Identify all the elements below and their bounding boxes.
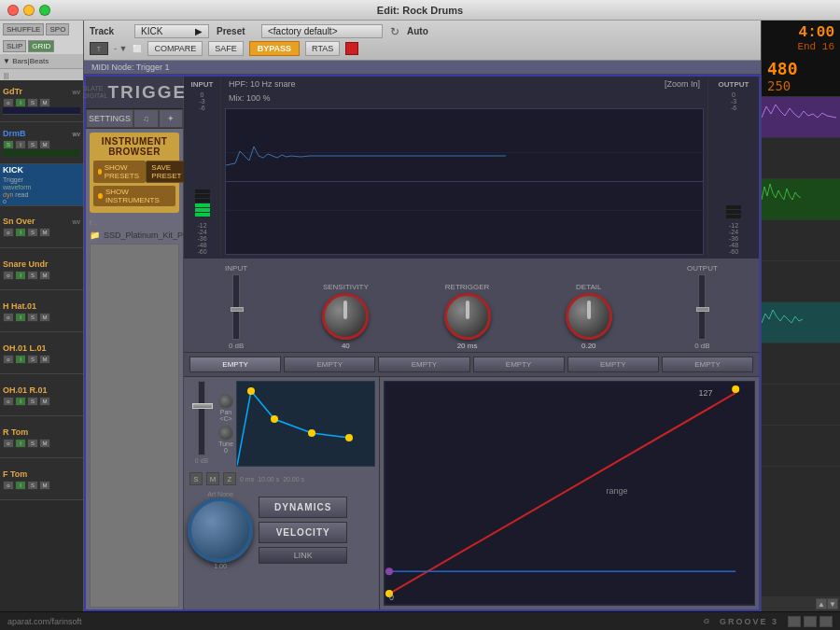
- output-slider-thumb[interactable]: [696, 307, 709, 312]
- bottom-right-btn[interactable]: [804, 616, 817, 627]
- bottom-zoom-btn[interactable]: [819, 616, 833, 627]
- oh01r-s[interactable]: S: [27, 397, 38, 406]
- su-i[interactable]: I: [15, 271, 26, 280]
- fx-tab[interactable]: ✦: [159, 109, 184, 128]
- drmb-s2-btn[interactable]: S: [27, 140, 38, 149]
- ftom-o[interactable]: o: [3, 481, 14, 490]
- minimize-button[interactable]: [23, 5, 35, 16]
- dynamics-btn[interactable]: DYNAMICS: [259, 497, 347, 518]
- su-o[interactable]: o: [3, 271, 14, 280]
- down-arrow[interactable]: - ▼: [114, 44, 127, 53]
- snover-i[interactable]: I: [15, 228, 26, 237]
- scroll-up[interactable]: ▲: [816, 598, 827, 609]
- svg-text:0: 0: [389, 593, 394, 602]
- maximize-button[interactable]: [39, 5, 50, 16]
- track-s-btn[interactable]: S: [27, 98, 38, 107]
- bottom-controls: [788, 616, 833, 627]
- close-button[interactable]: [7, 5, 19, 16]
- channel-fader-group: 0 dB: [188, 381, 216, 467]
- save-preset-btn[interactable]: SAVE PRESET: [146, 161, 187, 183]
- slot-6[interactable]: EMPTY: [662, 357, 753, 372]
- hh-o[interactable]: o: [3, 313, 14, 322]
- s-btn[interactable]: S: [189, 472, 203, 485]
- slot-2[interactable]: EMPTY: [284, 357, 375, 372]
- grid-btn[interactable]: GRID: [28, 40, 54, 52]
- oh01r-o[interactable]: o: [3, 397, 14, 406]
- bypass-button[interactable]: BYPASS: [249, 41, 300, 56]
- rtom-m[interactable]: M: [39, 439, 50, 448]
- svg-line-9: [389, 393, 735, 594]
- su-s[interactable]: S: [27, 271, 38, 280]
- snover-m[interactable]: M: [39, 228, 50, 237]
- input-3db: -3: [199, 98, 204, 105]
- input-slider-thumb[interactable]: [231, 307, 244, 312]
- channel-fader[interactable]: [198, 381, 205, 455]
- pan-knob[interactable]: [218, 394, 233, 409]
- hh-m[interactable]: M: [39, 313, 50, 322]
- scroll-down[interactable]: ▼: [827, 598, 838, 609]
- oh01r-m[interactable]: M: [39, 397, 50, 406]
- oh01l-o[interactable]: o: [3, 355, 14, 364]
- m-btn[interactable]: M: [206, 472, 219, 485]
- main-blue-knob[interactable]: [188, 497, 253, 563]
- svg-text:127: 127: [699, 388, 713, 398]
- spot-btn[interactable]: SPO: [46, 23, 69, 35]
- bottom-left-btn[interactable]: [788, 616, 801, 627]
- su-m[interactable]: M: [39, 271, 50, 280]
- rtom-i[interactable]: I: [15, 439, 26, 448]
- snover-o[interactable]: o: [3, 228, 14, 237]
- tune-control: Tune 0: [218, 426, 233, 454]
- title-bar: Edit: Rock Drums: [0, 0, 840, 21]
- ftom-m[interactable]: M: [39, 481, 50, 490]
- drmb-m-btn[interactable]: M: [39, 140, 50, 149]
- zoom-in-btn[interactable]: [Zoom In]: [665, 79, 700, 89]
- input-36db: -36: [197, 235, 206, 242]
- vu-seg-2: [195, 208, 210, 212]
- rtas-button[interactable]: RTAS: [305, 41, 340, 56]
- preset-dropdown[interactable]: <factory default>: [261, 24, 383, 38]
- show-instruments-btn[interactable]: SHOW INSTRUMENTS: [93, 186, 175, 206]
- track-m-btn[interactable]: M: [39, 98, 50, 107]
- preset-item[interactable]: 📁 SSD_Platinum_Kit_Presets: [86, 229, 183, 242]
- input-slider[interactable]: [232, 274, 240, 340]
- ftom-i[interactable]: I: [15, 481, 26, 490]
- music-tab[interactable]: ♫: [133, 109, 159, 128]
- rtom-o[interactable]: o: [3, 439, 14, 448]
- fader-handle[interactable]: [192, 403, 213, 409]
- track-item-oh01r: OH.01 R.01 o I S M: [0, 374, 83, 416]
- compare-button[interactable]: COMPARE: [147, 41, 203, 56]
- slot-5[interactable]: EMPTY: [567, 357, 659, 372]
- track-dropdown[interactable]: KICK ▶: [134, 24, 209, 38]
- ftom-s[interactable]: S: [27, 481, 38, 490]
- sensitivity-knob[interactable]: [322, 293, 369, 340]
- velocity-btn[interactable]: VELOCITY: [259, 522, 347, 543]
- oh01l-m[interactable]: M: [39, 355, 50, 364]
- rtom-s[interactable]: S: [27, 439, 38, 448]
- settings-tab[interactable]: SETTINGS: [86, 109, 133, 128]
- hh-s[interactable]: S: [27, 313, 38, 322]
- link-btn[interactable]: LINK: [259, 547, 347, 564]
- preset-cycle-icon[interactable]: ↻: [390, 25, 399, 38]
- show-presets-btn[interactable]: SHOW PRESETS: [93, 161, 146, 183]
- z-btn[interactable]: Z: [223, 472, 236, 485]
- snover-s[interactable]: S: [27, 228, 38, 237]
- output-slider[interactable]: [698, 274, 706, 340]
- slot-3[interactable]: EMPTY: [378, 357, 469, 372]
- track-o-btn[interactable]: o: [3, 98, 14, 107]
- slot-1[interactable]: EMPTY: [189, 357, 281, 372]
- track-item-snover: Sn Over wv o I S M: [0, 206, 83, 248]
- tune-knob[interactable]: [218, 426, 233, 441]
- oh01l-i[interactable]: I: [15, 355, 26, 364]
- safe-button[interactable]: SAFE: [208, 41, 244, 56]
- oh01r-i[interactable]: I: [15, 397, 26, 406]
- drmb-s-btn[interactable]: S: [3, 140, 14, 149]
- track-i-btn[interactable]: I: [15, 98, 26, 107]
- hh-i[interactable]: I: [15, 313, 26, 322]
- drmb-i-btn[interactable]: I: [15, 140, 26, 149]
- shuffle-btn[interactable]: SHUFFLE: [3, 23, 44, 35]
- oh01l-s[interactable]: S: [27, 355, 38, 364]
- slot-4[interactable]: EMPTY: [473, 357, 565, 372]
- slip-btn[interactable]: SLIP: [3, 40, 26, 52]
- retrigger-knob[interactable]: [444, 293, 491, 340]
- detail-knob[interactable]: [566, 293, 612, 340]
